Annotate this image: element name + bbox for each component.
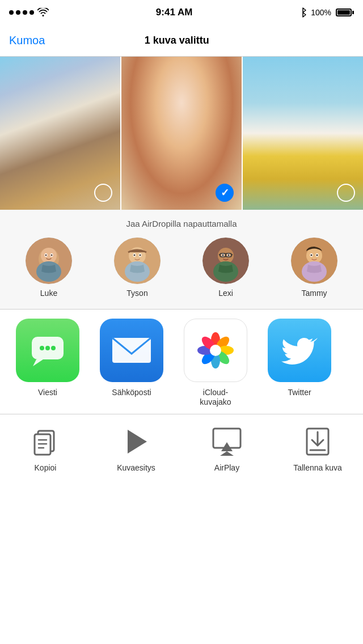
svg-line-25 [231,255,233,255]
contact-lexi-name: Lexi [218,289,233,298]
svg-point-36 [40,346,44,350]
contact-tammy-name: Tammy [301,289,327,298]
svg-point-48 [210,345,221,356]
contact-lexi[interactable]: Lexi [202,238,249,298]
photos-icon [184,319,247,382]
airdrop-label: Jaa AirDropilla napauttamalla [0,219,363,228]
bluetooth-icon [299,7,306,18]
svg-marker-35 [33,359,43,366]
svg-point-31 [311,255,313,256]
svg-point-38 [51,346,56,350]
mail-label: Sähköposti [112,388,151,397]
twitter-icon [268,319,331,382]
copy-icon [29,426,61,457]
share-app-messages[interactable]: Viesti [6,319,90,407]
photo-item-2[interactable] [121,57,243,210]
svg-point-5 [45,255,47,256]
photo-select-2[interactable] [216,184,234,202]
action-slideshow[interactable]: Kuvaesitys [96,426,176,472]
slideshow-label: Kuvaesitys [117,463,155,472]
action-airplay[interactable]: AirPlay [187,426,267,472]
messages-label: Viesti [38,388,57,397]
share-app-mail[interactable]: Sähköposti [90,319,174,407]
share-app-twitter[interactable]: Twitter [258,319,341,407]
svg-marker-54 [128,430,147,454]
status-bar: 9:41 AM 100% [0,0,363,25]
svg-point-19 [222,255,224,256]
avatar-lexi [202,238,249,284]
airplay-icon [211,426,243,457]
avatar-tyson [114,238,161,284]
photo-select-1[interactable] [94,184,112,202]
svg-marker-57 [221,442,233,451]
avatar-luke [26,238,72,284]
slideshow-icon [120,426,152,457]
airplay-label: AirPlay [214,463,239,472]
svg-marker-56 [220,451,234,456]
battery-icon [336,9,354,16]
photo-item-3[interactable] [243,57,363,210]
svg-point-2 [41,248,57,264]
contact-luke-name: Luke [40,289,57,298]
photo-strip [0,57,363,210]
status-time: 9:41 AM [156,7,193,18]
save-icon [302,426,334,457]
contact-tyson-name: Tyson [126,289,147,298]
svg-point-6 [51,255,53,256]
icloud-label: iCloud- kuvajako [200,388,231,407]
svg-point-32 [316,255,318,256]
contact-luke[interactable]: Luke [26,238,72,298]
action-row: Kopioi Kuvaesitys AirPlay [0,414,363,486]
photo-select-3[interactable] [337,184,355,202]
battery-percent: 100% [311,8,331,17]
back-button[interactable]: Kumoa [9,34,45,47]
contact-tyson[interactable]: Tyson [114,238,161,298]
share-app-icloud[interactable]: iCloud- kuvajako [174,319,258,407]
messages-icon [16,319,79,382]
signal-dots [9,10,34,15]
svg-point-12 [134,255,136,256]
airdrop-section: Jaa AirDropilla napauttamalla Luke [0,210,363,310]
contact-tammy[interactable]: Tammy [291,238,337,298]
airdrop-contacts: Luke Tyson [0,238,363,304]
status-right: 100% [299,7,354,18]
svg-point-28 [306,248,322,264]
svg-point-13 [140,255,141,256]
nav-title: 1 kuva valittu [145,35,209,46]
action-copy[interactable]: Kopioi [6,426,85,472]
share-apps-row: Viesti Sähköposti [0,319,363,407]
svg-point-20 [228,255,230,256]
nav-bar: Kumoa 1 kuva valittu [0,25,363,57]
copy-label: Kopioi [35,463,57,472]
photo-item-1[interactable] [0,57,121,210]
avatar-tammy [291,238,337,284]
svg-line-24 [219,255,220,255]
svg-point-37 [45,346,50,350]
share-apps-section: Viesti Sähköposti [0,310,363,414]
twitter-label: Twitter [288,388,311,397]
save-label: Tallenna kuva [293,463,342,472]
mail-icon [100,319,163,382]
status-left [9,8,49,17]
wifi-icon [37,8,49,17]
action-save[interactable]: Tallenna kuva [278,426,357,472]
